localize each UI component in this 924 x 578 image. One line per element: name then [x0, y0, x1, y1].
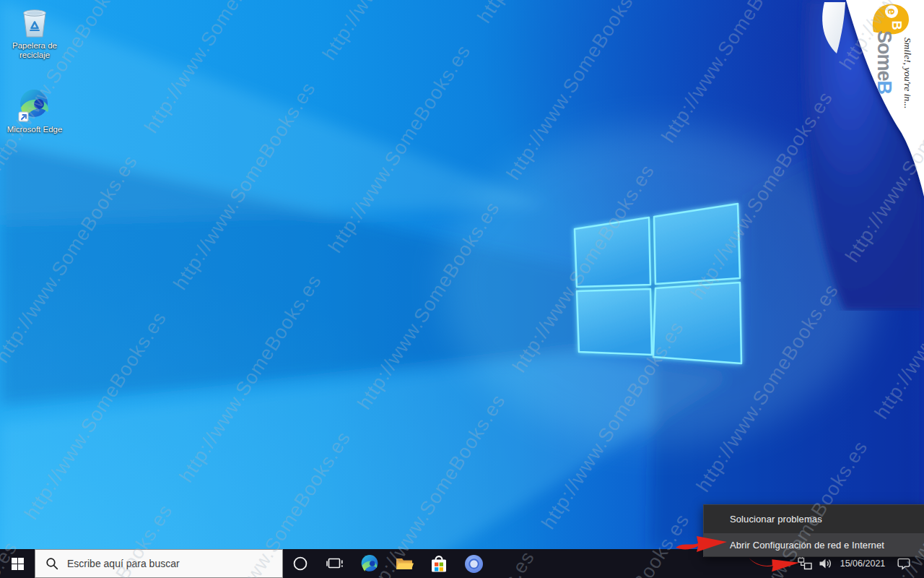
start-button[interactable] — [0, 549, 35, 578]
edge-icon — [17, 88, 52, 123]
taskbar-edge-button[interactable] — [352, 549, 387, 578]
desktop-icon-microsoft-edge[interactable]: Microsoft Edge — [0, 88, 69, 134]
taskbar-file-explorer-button[interactable] — [387, 549, 422, 578]
desktop-icon-label: Papelera de reciclaje — [6, 41, 63, 60]
microsoft-store-icon — [430, 553, 448, 574]
taskbar-chromium-button[interactable] — [456, 549, 491, 578]
taskbar-search-box[interactable] — [35, 549, 283, 578]
search-input[interactable] — [66, 557, 263, 570]
cortana-button[interactable] — [283, 549, 318, 578]
taskbar-store-button[interactable] — [422, 549, 456, 578]
desktop-icon-recycle-bin[interactable]: Papelera de reciclaje — [0, 6, 69, 60]
search-icon — [45, 557, 58, 570]
taskbar-task-view-button[interactable] — [318, 549, 352, 578]
wallpaper — [0, 0, 924, 578]
menu-item-label: Abrir Configuración de red e Internet — [730, 540, 884, 551]
chevron-up-icon — [783, 560, 791, 567]
menu-item-label: Solucionar problemas — [730, 514, 822, 525]
ethernet-icon — [798, 557, 812, 571]
tray-date: 15/06/2021 — [840, 558, 886, 569]
chromium-icon — [464, 554, 484, 574]
edge-icon — [360, 554, 379, 573]
recycle-bin-icon — [18, 6, 51, 39]
network-context-menu: Solucionar problemas Abrir Configuración… — [703, 504, 924, 557]
file-explorer-icon — [395, 554, 414, 573]
windows-start-icon — [12, 558, 24, 570]
cortana-icon — [292, 556, 308, 571]
menu-item-open-network-settings[interactable]: Abrir Configuración de red e Internet — [704, 533, 924, 556]
menu-item-troubleshoot[interactable]: Solucionar problemas — [704, 505, 924, 533]
task-view-icon — [326, 556, 344, 571]
notification-bubble-icon — [897, 557, 911, 570]
desktop-screen: Papelera de reciclaje Microsoft Edge — [0, 0, 924, 578]
desktop-icon-label: Microsoft Edge — [7, 125, 63, 134]
speaker-icon — [819, 557, 832, 570]
